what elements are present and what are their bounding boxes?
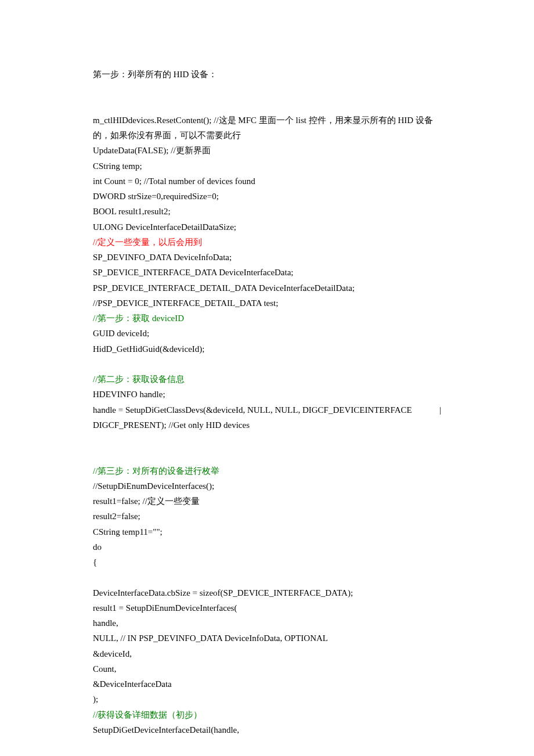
code-line: HidD_GetHidGuid(&deviceId); <box>93 341 441 357</box>
code-line: SP_DEVINFO_DATA DeviceInfoData; <box>93 250 441 265</box>
code-line: m_ctlHIDdevices.ResetContent(); //这是 MFC… <box>93 113 441 128</box>
code-line: result2=false; <box>93 509 441 524</box>
blank-line <box>93 357 441 372</box>
code-line: BOOL result1,result2; <box>93 204 441 219</box>
code-line: &deviceId, <box>93 646 441 661</box>
code-line: handle = SetupDiGetClassDevs(&deviceId, … <box>93 402 441 417</box>
code-line: 的，如果你没有界面，可以不需要此行 <box>93 128 441 143</box>
code-line: //第一步：获取 deviceID <box>93 311 441 326</box>
blank-line <box>93 82 441 97</box>
code-line: PSP_DEVICE_INTERFACE_DETAIL_DATA DeviceI… <box>93 280 441 296</box>
code-line: HDEVINFO handle; <box>93 387 441 402</box>
code-text-left: m_ctlHIDdevices.ResetContent(); //这是 MFC… <box>93 113 433 128</box>
code-line: DWORD strSize=0,requiredSize=0; <box>93 189 441 204</box>
code-line: { <box>93 555 441 570</box>
blank-line <box>93 570 441 585</box>
code-line: &DeviceInterfaceData <box>93 676 441 692</box>
code-line: NULL, // IN PSP_DEVINFO_DATA DeviceInfoD… <box>93 631 441 646</box>
code-line: //SetupDiEnumDeviceInterfaces(); <box>93 478 441 494</box>
blank-line <box>93 98 441 113</box>
code-text-right: | <box>439 402 441 417</box>
code-line: //第三步：对所有的设备进行枚举 <box>93 463 441 478</box>
blank-line <box>93 433 441 448</box>
code-line: int Count = 0; //Total number of devices… <box>93 174 441 189</box>
document-page: 第一步：列举所有的 HID 设备：m_ctlHIDdevices.ResetCo… <box>0 0 534 756</box>
code-line: //第二步：获取设备信息 <box>93 372 441 387</box>
code-line: 第一步：列举所有的 HID 设备： <box>93 67 441 82</box>
code-line: result1 = SetupDiEnumDeviceInterfaces( <box>93 600 441 615</box>
code-line: DeviceInterfaceData.cbSize = sizeof(SP_D… <box>93 585 441 600</box>
code-line: //定义一些变量，以后会用到 <box>93 235 441 250</box>
code-line: handle, <box>93 615 441 631</box>
code-text-left: handle = SetupDiGetClassDevs(&deviceId, … <box>93 402 412 417</box>
code-line: Count, <box>93 661 441 676</box>
code-line: ); <box>93 692 441 707</box>
code-line: //获得设备详细数据（初步） <box>93 707 441 722</box>
code-line: SetupDiGetDeviceInterfaceDetail(handle, <box>93 722 441 737</box>
code-line: CString temp; <box>93 159 441 174</box>
code-line: CString temp11=""; <box>93 524 441 539</box>
code-line: //PSP_DEVICE_INTERFACE_DETAIL_DATA test; <box>93 296 441 311</box>
blank-line <box>93 448 441 463</box>
code-line: result1=false; //定义一些变量 <box>93 494 441 509</box>
code-line: SP_DEVICE_INTERFACE_DATA DeviceInterface… <box>93 265 441 280</box>
code-line: GUID deviceId; <box>93 326 441 341</box>
code-line: UpdateData(FALSE); //更新界面 <box>93 143 441 158</box>
code-line: ULONG DeviceInterfaceDetailDataSize; <box>93 219 441 235</box>
code-line: do <box>93 539 441 555</box>
code-line: DIGCF_PRESENT); //Get only HID devices <box>93 417 441 433</box>
